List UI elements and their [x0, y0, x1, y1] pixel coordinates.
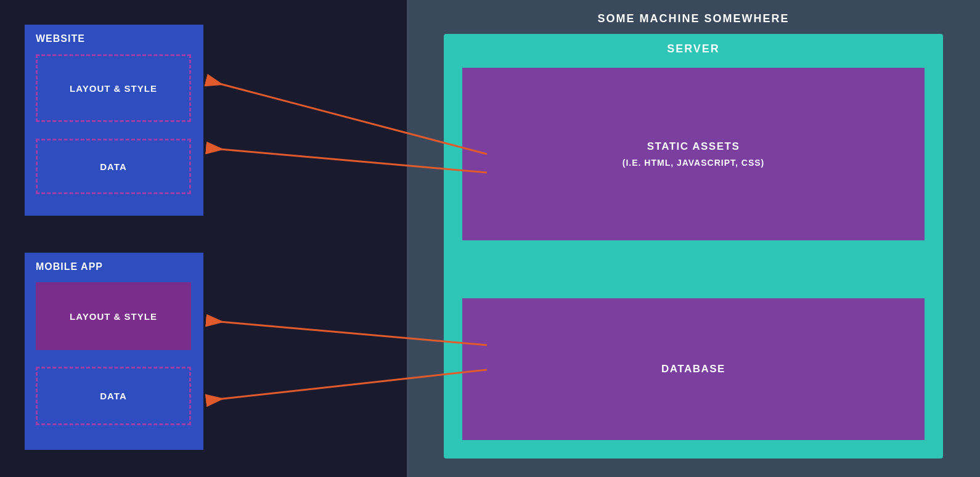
website-layout-box: LAYOUT & STYLE [36, 54, 191, 122]
right-panel: SOME MACHINE SOMEWHERE SERVER STATIC ASS… [407, 0, 980, 477]
server-container: SERVER STATIC ASSETS (I.E. HTML, JAVASCR… [444, 34, 943, 459]
mobile-title: MOBILE APP [36, 261, 103, 272]
mobile-box: MOBILE APP LAYOUT & STYLE DATA [25, 253, 203, 450]
mobile-data-box: DATA [36, 367, 191, 425]
static-assets-box: STATIC ASSETS (I.E. HTML, JAVASCRIPT, CS… [462, 68, 925, 240]
website-layout-label: LAYOUT & STYLE [70, 83, 157, 94]
mobile-data-label: DATA [100, 391, 126, 401]
mobile-layout-box: LAYOUT & STYLE [36, 282, 191, 350]
static-assets-sublabel: (I.E. HTML, JAVASCRIPT, CSS) [623, 158, 765, 168]
database-label: DATABASE [661, 363, 725, 375]
database-box: DATABASE [462, 298, 925, 440]
server-label: SERVER [667, 43, 720, 55]
website-data-label: DATA [100, 161, 126, 172]
website-data-box: DATA [36, 139, 191, 194]
machine-label: SOME MACHINE SOMEWHERE [597, 12, 789, 25]
website-box: WEBSITE LAYOUT & STYLE DATA [25, 25, 203, 216]
mobile-layout-label: LAYOUT & STYLE [70, 311, 157, 322]
static-assets-label: STATIC ASSETS [647, 141, 740, 153]
website-title: WEBSITE [36, 33, 85, 44]
